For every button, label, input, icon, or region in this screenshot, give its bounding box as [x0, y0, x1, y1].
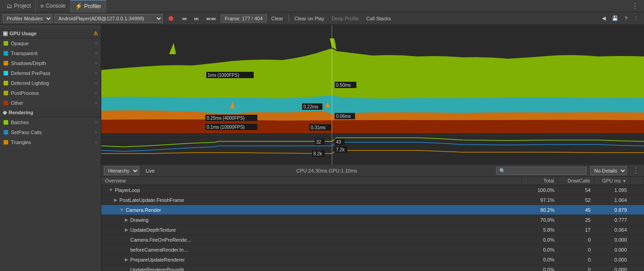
deferred-prepass-menu[interactable]: ≡: [95, 71, 97, 75]
triangles-menu[interactable]: ≡: [95, 140, 97, 145]
tab-profiler[interactable]: ⚡ Profiler: [71, 0, 106, 12]
table-row[interactable]: ▶ Camera.FireOnPreRende… 0.0% 0 0.000: [101, 235, 644, 245]
legend-postprocess[interactable]: PostProcess ≡: [0, 88, 101, 98]
legend-batches[interactable]: Batches ≡: [0, 117, 101, 127]
shadows-depth-swatch: [4, 61, 8, 65]
td-overview: ▶ Camera.FireOnPreRende…: [101, 236, 522, 243]
table-container[interactable]: Overview Total DrawCalls GPU ms ▼ ▼ Play…: [101, 177, 644, 271]
setpass-calls-menu[interactable]: ≡: [95, 130, 97, 135]
cpu-gpu-info: CPU:24.30ms GPU:1.10ms: [161, 168, 492, 173]
profiler-chart: 1ms (1000FPS) 0.50ms 0.22ms 0.06ms 0.25m…: [101, 25, 644, 165]
legend-deferred-lighting[interactable]: Deferred Lighting ≡: [0, 78, 101, 88]
td-total: 70.9%: [522, 216, 558, 224]
device-select[interactable]: AndroidPlayer(ADB@127.0.0.1:34999): [54, 14, 163, 23]
legend-opaque[interactable]: Opaque ≡: [0, 38, 101, 48]
expand-arrow[interactable]: ▶: [125, 217, 128, 222]
back-button[interactable]: ◀: [599, 14, 608, 22]
tab-profiler-label: Profiler: [84, 3, 101, 9]
td-gpums: 0.000: [594, 236, 630, 243]
table-row[interactable]: ▼ PlayerLoop 100.0% 54 1.095: [101, 185, 644, 195]
td-bar: [630, 199, 644, 201]
opaque-swatch: [4, 41, 8, 46]
live-button[interactable]: Live: [143, 167, 157, 174]
postprocess-swatch: [4, 91, 8, 95]
clear-button[interactable]: Clear: [269, 15, 286, 22]
help-button[interactable]: ?: [622, 15, 630, 22]
td-drawcalls: 25: [558, 216, 594, 224]
tab-project[interactable]: 🗂 Project: [2, 0, 36, 12]
batches-menu[interactable]: ≡: [95, 120, 97, 125]
opaque-menu[interactable]: ≡: [95, 41, 97, 46]
row-name: beforeCameraRender.In…: [130, 247, 189, 252]
td-total: 0.0%: [522, 256, 558, 263]
call-stacks-button[interactable]: Call Stacks: [364, 15, 394, 22]
td-gpums: 0.000: [594, 256, 630, 263]
expand-arrow[interactable]: ▼: [109, 187, 113, 192]
console-icon: ≡: [40, 3, 44, 9]
main-layout: ▣ GPU Usage ⚠ Opaque ≡ Transparent ≡ Sha…: [0, 25, 644, 271]
project-icon: 🗂: [6, 3, 12, 9]
step-prev-button[interactable]: ⏮: [179, 15, 189, 22]
deferred-lighting-menu[interactable]: ≡: [95, 81, 97, 85]
record-button[interactable]: ⏺: [165, 14, 177, 23]
table-row[interactable]: ▶ Drawing 70.9% 25 0.777: [101, 215, 644, 225]
td-total: 0.0%: [522, 266, 558, 271]
deep-profile-button[interactable]: Deep Profile: [329, 15, 362, 22]
row-name: PrepareUpdateRenderer: [130, 257, 185, 262]
table-row[interactable]: ▶ PostLateUpdate.FinishFrame 97.1% 52 1.…: [101, 195, 644, 205]
td-total: 0.0%: [522, 246, 558, 253]
td-gpums: 0.000: [594, 246, 630, 253]
svg-text:8.2k: 8.2k: [313, 151, 322, 156]
td-drawcalls: 17: [558, 226, 594, 234]
legend-deferred-prepass[interactable]: Deferred PrePass ≡: [0, 68, 101, 78]
td-overview: ▶ beforeCameraRender.In…: [101, 246, 522, 253]
table-row-selected[interactable]: ▼ Camera.Render 80.2% 45 0.879: [101, 205, 644, 215]
td-total: 80.2%: [522, 206, 558, 214]
more-options-button[interactable]: ⋮: [631, 14, 641, 22]
batches-label: Batches: [11, 120, 93, 125]
expand-arrow[interactable]: ▼: [119, 207, 124, 212]
expand-arrow[interactable]: ▶: [125, 227, 128, 232]
shadows-depth-menu[interactable]: ≡: [95, 61, 97, 65]
toolbar-right-buttons: ◀ 💾 ? ⋮: [599, 14, 641, 22]
expand-arrow[interactable]: ▶: [114, 197, 118, 202]
save-button[interactable]: 💾: [609, 14, 621, 22]
tab-console[interactable]: ≡ Console: [36, 0, 71, 12]
step-next-button[interactable]: ⏭: [191, 15, 202, 22]
setpass-calls-swatch: [4, 130, 8, 135]
legend-transparent[interactable]: Transparent ≡: [0, 48, 101, 58]
transparent-menu[interactable]: ≡: [95, 51, 97, 56]
legend-shadows-depth[interactable]: Shadows/Depth ≡: [0, 58, 101, 68]
postprocess-menu[interactable]: ≡: [95, 91, 97, 95]
legend-other[interactable]: Other ≡: [0, 98, 101, 108]
table-row[interactable]: ▶ UpdateRendererBoundir… 0.0% 0 0.000: [101, 265, 644, 271]
svg-text:0.22ms: 0.22ms: [303, 104, 318, 109]
td-overview: ▶ PostLateUpdate.FinishFrame: [101, 196, 522, 204]
svg-text:0.1ms (10000FPS): 0.1ms (10000FPS): [207, 125, 245, 130]
hierarchy-select[interactable]: Hierarchy: [104, 166, 139, 175]
gpu-usage-label: GPU Usage: [9, 31, 37, 36]
td-gpums: 0.000: [594, 266, 630, 271]
expand-arrow[interactable]: ▶: [125, 257, 128, 262]
tab-overflow-menu[interactable]: ⋮: [628, 2, 642, 10]
clear-on-play-button[interactable]: Clear on Play: [292, 15, 327, 22]
other-menu[interactable]: ≡: [95, 101, 97, 105]
table-row[interactable]: ▶ beforeCameraRender.In… 0.0% 0 0.000: [101, 245, 644, 255]
bottom-more-options[interactable]: ⋮: [630, 166, 641, 175]
skip-end-button[interactable]: ⏭⏭: [204, 15, 219, 22]
td-gpums: 1.064: [594, 196, 630, 204]
rendering-section-header: ◈ Rendering: [0, 108, 101, 117]
other-label: Other: [11, 100, 93, 106]
search-input[interactable]: [496, 167, 587, 175]
td-drawcalls: 0: [558, 256, 594, 263]
chart-area[interactable]: 1ms (1000FPS) 0.50ms 0.22ms 0.06ms 0.25m…: [101, 25, 644, 165]
details-select[interactable]: No Details: [590, 166, 627, 175]
td-bar: [630, 209, 644, 211]
td-bar: [630, 269, 644, 271]
legend-triangles[interactable]: Triangles ≡: [0, 137, 101, 147]
table-row[interactable]: ▶ UpdateDepthTexture 5.8% 17 0.064: [101, 225, 644, 235]
legend-setpass-calls[interactable]: SetPass Calls ≡: [0, 127, 101, 137]
td-drawcalls: 0: [558, 236, 594, 243]
profiler-modules-select[interactable]: Profiler Modules: [3, 14, 52, 23]
table-row[interactable]: ▶ PrepareUpdateRenderer 0.0% 0 0.000: [101, 255, 644, 265]
